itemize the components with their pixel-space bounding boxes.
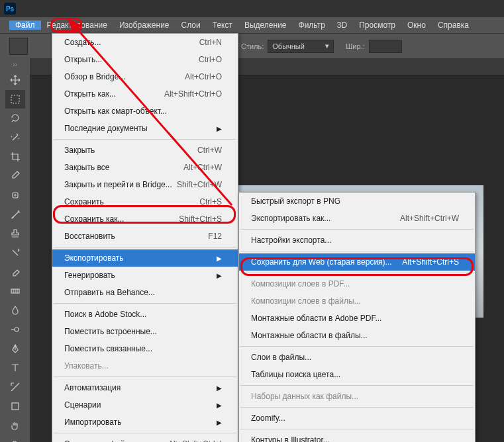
menu-item-label: Zoomify... [251,414,459,423]
export-item-1[interactable]: Экспортировать как...Alt+Shift+Ctrl+W [239,210,475,227]
file-item-4[interactable]: Открыть как смарт-объект... [52,103,238,120]
file-item-2[interactable]: Обзор в Bridge...Alt+Ctrl+O [52,68,238,85]
menu-item-слои[interactable]: Слои [176,21,207,30]
menu-item-label: Сохранить для Web (старая версия)... [251,257,402,267]
tool-preset-thumb[interactable] [9,38,28,55]
file-item-18[interactable]: Поиск в Adobe Stock... [52,306,238,323]
menu-item-label: Упаковать... [64,361,222,371]
file-item-12[interactable]: ВосстановитьF12 [52,228,238,245]
pen-tool[interactable] [5,339,25,358]
magic-wand-tool[interactable] [5,128,25,147]
file-item-9[interactable]: Закрыть и перейти в Bridge...Shift+Ctrl+… [52,176,238,193]
file-item-8[interactable]: Закрыть всеAlt+Ctrl+W [52,159,238,176]
type-tool[interactable] [5,359,25,377]
export-item-5[interactable]: Сохранить для Web (старая версия)...Alt+… [239,253,475,271]
app-logo: Ps [4,3,16,15]
file-item-10[interactable]: СохранитьCtrl+S [52,193,238,210]
file-item-25[interactable]: Импортировать▶ [52,414,238,431]
menu-separator [240,273,474,273]
menu-shortcut: Alt+Shift+Ctrl+W [400,214,459,223]
submenu-arrow-icon: ▶ [217,255,222,262]
blur-tool[interactable] [5,301,25,320]
file-item-14[interactable]: Экспортировать▶ [52,249,238,267]
export-item-10[interactable]: Монтажные области в файлы... [239,327,475,344]
width-label: Шир.: [346,42,364,50]
menu-item-выделение[interactable]: Выделение [238,21,293,30]
export-item-17[interactable]: Zoomify... [239,410,475,427]
toolbox-handle[interactable]: ›› [0,58,30,70]
menu-item-изображение[interactable]: Изображение [113,21,176,30]
file-item-20[interactable]: Поместить связанные... [52,340,238,357]
file-item-1[interactable]: Открыть...Ctrl+O [52,51,238,68]
submenu-arrow-icon: ▶ [217,272,222,279]
menu-item-просмотр[interactable]: Просмотр [353,21,401,30]
menu-shortcut: Alt+Ctrl+O [185,72,222,81]
stamp-tool[interactable] [5,224,25,243]
file-item-19[interactable]: Поместить встроенные... [52,323,238,340]
file-item-16[interactable]: Отправить на Behance... [52,284,238,301]
menu-item-label: Открыть как... [64,89,164,99]
menu-item-окно[interactable]: Окно [401,21,432,30]
menu-item-фильтр[interactable]: Фильтр [293,21,331,30]
menu-shortcut: Ctrl+N [199,38,222,47]
menu-item-справка[interactable]: Справка [432,21,475,30]
eraser-tool[interactable] [5,263,25,281]
svg-rect-0 [11,95,19,103]
menu-item-редактирование[interactable]: Редактирование [41,21,113,30]
menu-separator [240,251,474,251]
gradient-tool[interactable] [5,282,25,300]
move-tool[interactable] [5,71,25,89]
file-item-23[interactable]: Автоматизация▶ [52,379,238,396]
menu-item-файл[interactable]: Файл [9,21,41,30]
export-item-7: Композиции слоев в PDF... [239,275,475,292]
export-item-15: Наборы данных как файлы... [239,388,475,405]
brush-tool[interactable] [5,205,25,224]
marquee-tool[interactable] [5,90,25,109]
menu-separator [54,247,236,247]
menu-item-label: Слои в файлы... [251,353,459,362]
shape-tool[interactable] [5,397,25,416]
dodge-tool[interactable] [5,320,25,339]
file-item-5[interactable]: Последние документы▶ [52,120,238,137]
menu-item-label: Генерировать [64,271,217,280]
menu-item-3d[interactable]: 3D [331,21,353,30]
menu-item-текст[interactable]: Текст [207,21,238,30]
file-item-0[interactable]: Создать...Ctrl+N [52,34,238,51]
style-select[interactable]: Обычный ▾ [268,40,334,53]
file-item-3[interactable]: Открыть как...Alt+Shift+Ctrl+O [52,85,238,103]
healing-tool[interactable] [5,186,25,204]
file-item-27[interactable]: Сведения о файле...Alt+Shift+Ctrl+I [52,435,238,442]
export-item-12[interactable]: Слои в файлы... [239,349,475,366]
file-item-24[interactable]: Сценарии▶ [52,396,238,414]
export-item-13[interactable]: Таблицы поиска цвета... [239,366,475,383]
title-bar: Ps [0,0,504,17]
export-item-3[interactable]: Настройки экспорта... [239,232,475,249]
menu-item-label: Сохранить как... [64,214,179,224]
zoom-tool[interactable] [5,435,25,442]
menu-separator [240,385,474,386]
crop-tool[interactable] [5,148,25,166]
menu-shortcut: Ctrl+W [197,146,222,155]
menu-shortcut: Alt+Ctrl+W [183,163,222,172]
submenu-arrow-icon: ▶ [217,402,222,409]
svg-point-3 [15,328,19,332]
file-item-11[interactable]: Сохранить как...Shift+Ctrl+S [52,210,238,228]
export-item-19[interactable]: Контуры в Illustrator... [239,431,475,442]
hand-tool[interactable] [5,416,25,435]
submenu-arrow-icon: ▶ [217,125,222,132]
lasso-tool[interactable] [5,109,25,128]
file-item-7[interactable]: ЗакрытьCtrl+W [52,142,238,159]
menu-item-label: Автоматизация [64,383,217,392]
eyedropper-tool[interactable] [5,167,25,185]
width-input[interactable] [369,40,402,53]
export-item-0[interactable]: Быстрый экспорт в PNG [239,193,475,210]
menu-shortcut: Shift+Ctrl+S [179,214,222,224]
export-item-9[interactable]: Монтажные области в Adobe PDF... [239,310,475,327]
menu-item-label: Композиции слоев в PDF... [251,279,459,288]
chevron-down-icon: ▾ [325,42,329,50]
history-brush-tool[interactable] [5,243,25,262]
path-tool[interactable] [5,378,25,396]
menu-item-label: Закрыть все [64,163,183,172]
menu-item-label: Открыть... [64,55,199,64]
file-item-15[interactable]: Генерировать▶ [52,267,238,284]
